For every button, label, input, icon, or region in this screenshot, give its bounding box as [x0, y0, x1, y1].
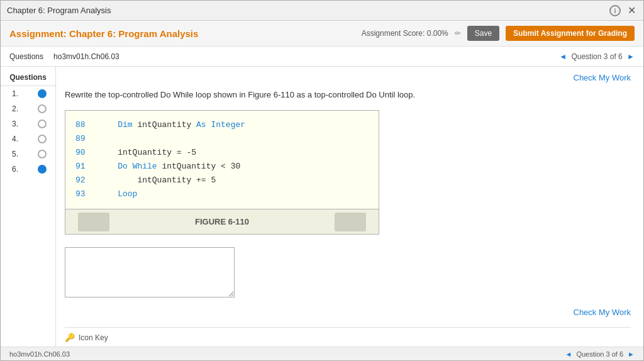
- bottom-nav-next[interactable]: ►: [628, 350, 635, 358]
- title-bar-icons: i ✕: [609, 5, 637, 16]
- save-button[interactable]: Save: [467, 26, 499, 41]
- code-line-90: 90 intQuantity = -5: [75, 146, 369, 160]
- bottom-right-label: ◄ Question 3 of 6 ►: [565, 350, 635, 358]
- bottom-page-label: Question 3 of 6: [576, 350, 623, 358]
- figure-decoration-right: [335, 213, 366, 231]
- nav-label: Question 3 of 6: [571, 52, 622, 61]
- nav-next[interactable]: ►: [627, 52, 635, 61]
- line-num-91: 91: [75, 160, 98, 174]
- code-90: intQuantity = -5: [98, 146, 196, 160]
- assignment-score: Assignment Score: 0.00%: [362, 29, 448, 38]
- assignment-header: Assignment: Chapter 6: Program Analysis …: [1, 21, 643, 47]
- content-area: Check My Work Rewrite the top-controlled…: [56, 67, 643, 347]
- bottom-left-label: ho3mv01h.Ch06.03: [9, 350, 70, 358]
- main-area: Questions 1. 2. 3. 4. 5. 6.: [1, 67, 643, 347]
- nav-prev[interactable]: ◄: [559, 52, 567, 61]
- sidebar-num-5: 5.: [12, 150, 18, 158]
- code-line-91: 91 Do While intQuantity < 30: [75, 160, 369, 174]
- header-right: Assignment Score: 0.00% ✏ Save Submit As…: [362, 26, 635, 41]
- sidebar-item-1[interactable]: 1.: [1, 86, 55, 101]
- assignment-title: Assignment: Chapter 6: Program Analysis: [9, 28, 198, 39]
- info-icon[interactable]: i: [609, 5, 621, 16]
- close-icon[interactable]: ✕: [626, 5, 637, 16]
- file-tab[interactable]: ho3mv01h.Ch06.03: [53, 48, 119, 65]
- sidebar-num-3: 3.: [12, 119, 18, 128]
- line-num-93: 93: [75, 187, 98, 201]
- answer-textarea[interactable]: [65, 247, 235, 297]
- figure-decoration-left: [78, 213, 109, 231]
- sidebar-num-6: 6.: [12, 165, 18, 174]
- key-icon: 🔑: [65, 333, 75, 342]
- sidebar: Questions 1. 2. 3. 4. 5. 6.: [1, 67, 56, 347]
- line-num-89: 89: [75, 132, 98, 146]
- code-line-93: 93 Loop: [75, 187, 369, 201]
- figure-caption: FIGURE 6-110: [195, 217, 249, 226]
- sidebar-item-3[interactable]: 3.: [1, 116, 55, 131]
- question-navigation: ◄ Question 3 of 6 ►: [559, 52, 635, 61]
- sidebar-item-2[interactable]: 2.: [1, 101, 55, 116]
- questions-tab[interactable]: Questions: [9, 48, 43, 65]
- toolbar-left: Questions ho3mv01h.Ch06.03: [9, 48, 119, 65]
- sidebar-dot-1: [38, 89, 47, 98]
- code-93: Loop: [98, 187, 137, 201]
- figure-label: FIGURE 6-110: [65, 209, 379, 235]
- code-line-89: 89: [75, 132, 369, 146]
- sidebar-item-5[interactable]: 5.: [1, 147, 55, 162]
- check-my-work-top: Check My Work: [65, 73, 631, 82]
- code-89: [98, 132, 103, 146]
- sidebar-dot-4: [38, 135, 47, 143]
- sidebar-dot-6: [38, 165, 47, 174]
- sidebar-dot-2: [38, 104, 47, 113]
- sidebar-num-4: 4.: [12, 135, 18, 143]
- code-line-88: 88 Dim intQuantity As Integer: [75, 118, 369, 132]
- line-num-92: 92: [75, 174, 98, 187]
- sidebar-dot-3: [38, 119, 47, 128]
- code-91: Do While intQuantity < 30: [98, 160, 240, 174]
- icon-key-area: 🔑 Icon Key: [65, 327, 631, 345]
- sidebar-num-2: 2.: [12, 104, 18, 113]
- line-num-90: 90: [75, 146, 98, 160]
- sidebar-item-6[interactable]: 6.: [1, 162, 55, 177]
- title-bar: Chapter 6: Program Analysis i ✕: [1, 1, 643, 21]
- code-line-92: 92 intQuantity += 5: [75, 174, 369, 187]
- pencil-icon[interactable]: ✏: [455, 29, 461, 38]
- code-88: Dim intQuantity As Integer: [98, 118, 245, 132]
- sidebar-num-1: 1.: [12, 89, 18, 98]
- title-bar-left: Chapter 6: Program Analysis: [7, 6, 111, 15]
- code-92: intQuantity += 5: [98, 174, 216, 187]
- bottom-nav-prev[interactable]: ◄: [565, 350, 572, 358]
- sidebar-dot-5: [38, 150, 47, 158]
- sidebar-header: Questions: [1, 70, 55, 86]
- check-my-work-bottom-button[interactable]: Check My Work: [574, 308, 631, 317]
- icon-key-label: Icon Key: [79, 333, 108, 342]
- main-window: Chapter 6: Program Analysis i ✕ Assignme…: [0, 0, 644, 361]
- bottom-bar: ho3mv01h.Ch06.03 ◄ Question 3 of 6 ►: [1, 347, 643, 360]
- submit-button[interactable]: Submit Assignment for Grading: [506, 26, 635, 41]
- line-num-88: 88: [75, 118, 98, 132]
- window-title: Chapter 6: Program Analysis: [7, 6, 111, 15]
- check-my-work-bottom: Check My Work: [65, 308, 631, 317]
- sidebar-item-4[interactable]: 4.: [1, 131, 55, 147]
- code-block: 88 Dim intQuantity As Integer 89 90 intQ…: [65, 110, 379, 210]
- check-my-work-top-button[interactable]: Check My Work: [574, 73, 631, 82]
- toolbar: Questions ho3mv01h.Ch06.03 ◄ Question 3 …: [1, 47, 643, 67]
- question-text: Rewrite the top-controlled Do While loop…: [65, 89, 631, 101]
